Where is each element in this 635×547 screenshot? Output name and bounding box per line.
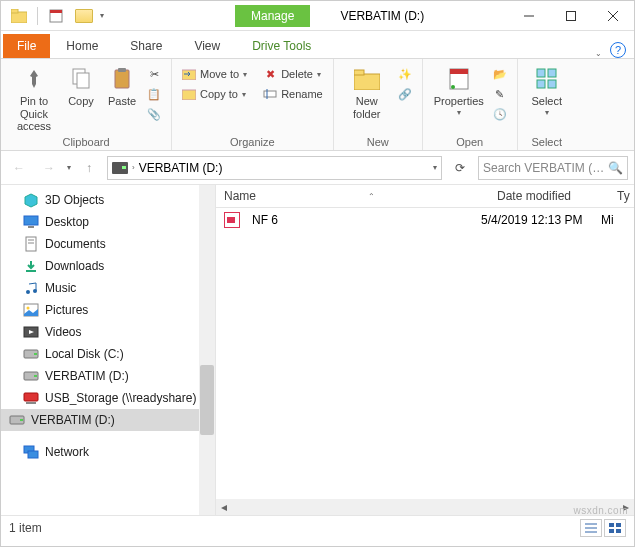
tree-scroll-thumb[interactable]: [200, 365, 214, 435]
tree-scrollbar[interactable]: [199, 185, 215, 515]
open-icon: 📂: [493, 67, 507, 81]
group-label-open: Open: [429, 134, 511, 150]
group-label-organize: Organize: [178, 134, 327, 150]
qat-properties-icon[interactable]: [44, 4, 68, 28]
open-button[interactable]: 📂: [489, 65, 511, 83]
minimize-button[interactable]: [508, 2, 550, 30]
breadcrumb[interactable]: VERBATIM (D:): [139, 161, 223, 175]
search-box[interactable]: Search VERBATIM (… 🔍: [478, 156, 628, 180]
properties-button[interactable]: Properties ▾: [429, 61, 489, 117]
qat-customize-icon[interactable]: ▾: [100, 11, 104, 20]
tree-item[interactable]: Downloads: [1, 255, 215, 277]
download-icon: [23, 258, 39, 274]
easy-access-button[interactable]: 🔗: [394, 85, 416, 103]
tree-item-label: Videos: [45, 325, 81, 339]
easy-access-icon: 🔗: [398, 87, 412, 101]
pin-to-quick-access-button[interactable]: Pin to Quick access: [7, 61, 61, 133]
back-button[interactable]: ←: [7, 156, 31, 180]
group-label-select: Select: [524, 134, 570, 150]
copy-button[interactable]: Copy: [61, 61, 101, 108]
svg-rect-5: [567, 11, 576, 20]
svg-rect-28: [26, 237, 36, 251]
column-type[interactable]: Ty: [609, 185, 634, 207]
tree-item[interactable]: Music: [1, 277, 215, 299]
content-area: 3D ObjectsDesktopDocumentsDownloadsMusic…: [1, 185, 634, 515]
select-button[interactable]: Select ▾: [524, 61, 570, 117]
tab-view[interactable]: View: [178, 34, 236, 58]
group-select: Select ▾ Select: [518, 59, 576, 150]
move-to-button[interactable]: Move to ▾: [178, 65, 251, 83]
tree-item[interactable]: Network: [1, 441, 215, 463]
tree-item-label: Music: [45, 281, 76, 295]
history-button[interactable]: 🕓: [489, 105, 511, 123]
svg-rect-14: [264, 91, 276, 97]
watermark: wsxdn.com: [573, 505, 628, 516]
rename-button[interactable]: Rename: [259, 85, 327, 103]
svg-point-33: [33, 289, 37, 293]
svg-line-7: [608, 11, 618, 21]
scroll-track[interactable]: [248, 500, 602, 514]
copy-to-button[interactable]: Copy to ▾: [178, 85, 251, 103]
thumbnails-view-button[interactable]: [604, 519, 626, 537]
horizontal-scrollbar[interactable]: ◂ ▸: [216, 499, 634, 515]
svg-rect-43: [26, 402, 36, 404]
tree-item-label: Local Disk (C:): [45, 347, 124, 361]
pictures-icon: [23, 302, 39, 318]
forward-button[interactable]: →: [37, 156, 61, 180]
help-icon[interactable]: ?: [610, 42, 626, 58]
scroll-left-icon[interactable]: ◂: [216, 499, 232, 515]
column-name[interactable]: Name⌃: [216, 185, 489, 207]
tab-home[interactable]: Home: [50, 34, 114, 58]
svg-rect-42: [24, 393, 38, 401]
address-bar[interactable]: › VERBATIM (D:) ▾: [107, 156, 442, 180]
music-icon: [23, 280, 39, 296]
paste-button[interactable]: Paste: [101, 61, 143, 108]
new-extra: ✨ 🔗: [394, 61, 416, 103]
paste-shortcut-button[interactable]: 📎: [143, 105, 165, 123]
new-item-button[interactable]: ✨: [394, 65, 416, 83]
tree-item[interactable]: Pictures: [1, 299, 215, 321]
tree-item[interactable]: 3D Objects: [1, 189, 215, 211]
edit-button[interactable]: ✎: [489, 85, 511, 103]
disk-icon: [23, 368, 39, 384]
column-date[interactable]: Date modified: [489, 185, 609, 207]
search-placeholder: Search VERBATIM (…: [483, 161, 604, 175]
tree-item[interactable]: Videos: [1, 321, 215, 343]
tree-item-label: Desktop: [45, 215, 89, 229]
ribbon-collapse-icon[interactable]: ⌄: [595, 49, 602, 58]
contextual-tab-manage[interactable]: Manage: [235, 5, 310, 27]
close-button[interactable]: [592, 2, 634, 30]
ribbon-tabs: File Home Share View Drive Tools ⌄ ?: [1, 31, 634, 59]
details-view-button[interactable]: [580, 519, 602, 537]
svg-rect-1: [11, 9, 18, 13]
cut-button[interactable]: ✂: [143, 65, 165, 83]
tree-item[interactable]: Local Disk (C:): [1, 343, 215, 365]
path-icon: 📋: [147, 87, 161, 101]
tab-drive-tools[interactable]: Drive Tools: [236, 34, 327, 58]
tab-share[interactable]: Share: [114, 34, 178, 58]
navigation-pane[interactable]: 3D ObjectsDesktopDocumentsDownloadsMusic…: [1, 185, 216, 515]
sort-indicator-icon: ⌃: [368, 192, 375, 201]
desktop-icon: [23, 214, 39, 230]
new-folder-button[interactable]: New folder: [340, 61, 394, 120]
svg-rect-17: [354, 70, 364, 75]
tree-item[interactable]: USB_Storage (\\readyshare): [1, 387, 215, 409]
table-row[interactable]: NF 65/4/2019 12:13 PMMi: [216, 208, 634, 232]
address-dropdown-icon[interactable]: ▾: [433, 163, 437, 172]
copy-path-button[interactable]: 📋: [143, 85, 165, 103]
svg-point-35: [27, 307, 30, 310]
file-list-body[interactable]: NF 65/4/2019 12:13 PMMi: [216, 208, 634, 499]
qat-new-folder-icon[interactable]: [72, 4, 96, 28]
refresh-button[interactable]: ⟳: [448, 156, 472, 180]
tree-item[interactable]: Desktop: [1, 211, 215, 233]
up-button[interactable]: ↑: [77, 156, 101, 180]
tab-file[interactable]: File: [3, 34, 50, 58]
tree-item[interactable]: VERBATIM (D:): [1, 365, 215, 387]
recent-locations-button[interactable]: ▾: [67, 163, 71, 172]
svg-rect-24: [548, 80, 556, 88]
separator: [37, 7, 38, 25]
tree-item[interactable]: VERBATIM (D:): [1, 409, 215, 431]
tree-item[interactable]: Documents: [1, 233, 215, 255]
delete-button[interactable]: ✖Delete ▾: [259, 65, 327, 83]
maximize-button[interactable]: [550, 2, 592, 30]
